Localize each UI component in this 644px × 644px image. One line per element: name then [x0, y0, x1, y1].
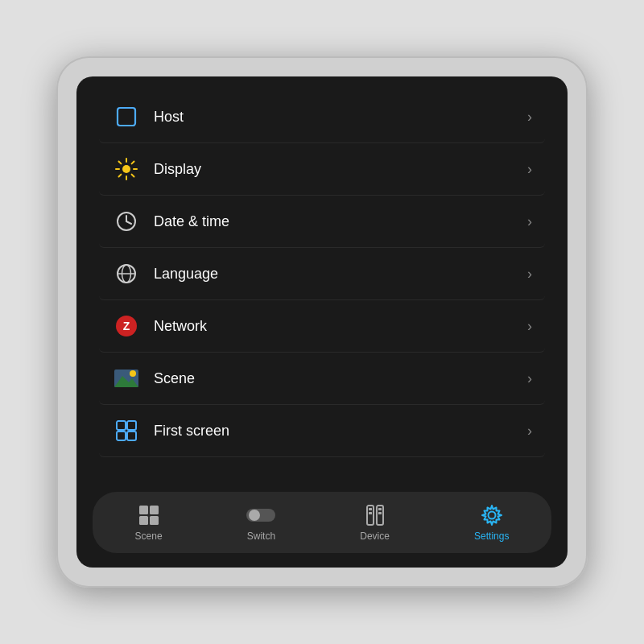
- device-nav-label: Device: [360, 530, 390, 542]
- nav-item-scene[interactable]: Scene: [119, 500, 179, 545]
- svg-point-1: [122, 165, 130, 173]
- svg-rect-34: [369, 508, 372, 510]
- menu-item-network[interactable]: Z Network ›: [99, 300, 545, 353]
- svg-rect-23: [127, 421, 136, 430]
- svg-rect-35: [369, 512, 372, 514]
- scene-chevron: ›: [527, 370, 532, 387]
- svg-rect-29: [150, 516, 159, 525]
- svg-line-9: [119, 175, 122, 177]
- svg-rect-22: [117, 421, 126, 430]
- switch-nav-icon: [249, 503, 273, 527]
- datetime-chevron: ›: [527, 213, 532, 230]
- menu-item-host[interactable]: Host ›: [99, 91, 545, 143]
- svg-rect-27: [150, 506, 159, 514]
- menu-list: Host ›: [76, 76, 568, 485]
- svg-rect-26: [139, 506, 148, 514]
- firstscreen-icon: [112, 416, 141, 445]
- svg-line-8: [132, 162, 134, 164]
- settings-nav-label: Settings: [474, 530, 509, 542]
- svg-rect-0: [118, 108, 135, 126]
- language-icon: [112, 259, 141, 288]
- svg-point-31: [249, 510, 260, 521]
- svg-line-12: [126, 221, 131, 224]
- scene-nav-icon: [137, 503, 161, 527]
- nav-item-device[interactable]: Device: [344, 500, 406, 545]
- svg-point-38: [488, 512, 495, 519]
- bottom-nav: Scene Switch: [93, 492, 551, 553]
- firstscreen-chevron: ›: [527, 423, 532, 440]
- svg-rect-28: [139, 516, 148, 525]
- svg-rect-25: [127, 431, 136, 440]
- menu-item-display[interactable]: Display ›: [99, 143, 545, 196]
- menu-item-language[interactable]: Language ›: [99, 248, 545, 300]
- device-screen: Host ›: [76, 76, 568, 568]
- menu-item-display-label: Display: [154, 161, 527, 178]
- display-chevron: ›: [527, 161, 532, 178]
- display-icon: [112, 155, 141, 184]
- menu-item-datetime[interactable]: Date & time ›: [99, 196, 545, 248]
- host-icon: [112, 102, 141, 131]
- svg-text:Z: Z: [123, 320, 130, 332]
- svg-line-6: [119, 162, 122, 164]
- network-chevron: ›: [527, 318, 532, 335]
- svg-rect-36: [378, 508, 382, 510]
- settings-nav-icon: [480, 503, 504, 527]
- svg-line-7: [132, 175, 134, 177]
- menu-item-scene[interactable]: Scene ›: [99, 353, 545, 405]
- svg-rect-24: [117, 431, 126, 440]
- menu-item-language-label: Language: [154, 266, 527, 283]
- switch-nav-label: Switch: [247, 530, 275, 542]
- device-nav-icon: [363, 503, 387, 527]
- host-chevron: ›: [527, 109, 532, 126]
- menu-item-firstscreen[interactable]: First screen ›: [99, 405, 545, 457]
- svg-point-21: [130, 370, 136, 377]
- menu-item-datetime-label: Date & time: [154, 213, 527, 230]
- menu-item-network-label: Network: [154, 318, 527, 335]
- nav-item-settings[interactable]: Settings: [458, 500, 525, 545]
- nav-item-switch[interactable]: Switch: [231, 500, 291, 545]
- svg-rect-37: [378, 512, 382, 514]
- language-chevron: ›: [527, 266, 532, 283]
- datetime-icon: [112, 207, 141, 236]
- menu-item-scene-label: Scene: [154, 370, 527, 387]
- device-outer: Host ›: [56, 56, 588, 588]
- scene-icon: [112, 364, 141, 393]
- scene-nav-label: Scene: [135, 530, 163, 542]
- menu-item-firstscreen-label: First screen: [154, 423, 527, 440]
- menu-item-host-label: Host: [154, 109, 527, 126]
- network-icon: Z: [112, 312, 141, 341]
